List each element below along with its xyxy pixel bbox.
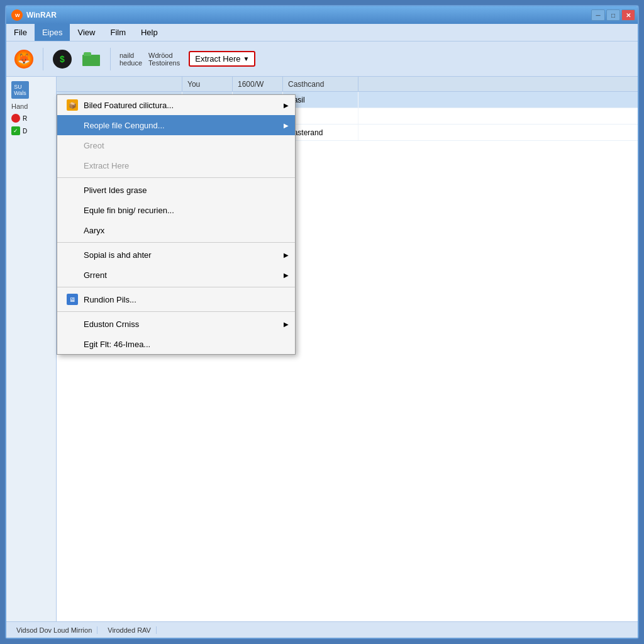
col-header-cast: Casthcand bbox=[283, 77, 358, 91]
dropdown-item-rundion-label: Rundion Pils... bbox=[84, 295, 136, 304]
column-header: You 1600/W Casthcand bbox=[57, 77, 638, 92]
dropdown-item-equle-icon bbox=[66, 204, 79, 216]
col-header-name bbox=[57, 77, 182, 91]
dropdown-separator-1 bbox=[57, 177, 295, 178]
dropdown-item-reople-icon bbox=[66, 119, 79, 131]
dropdown-item-eduston-arrow: ▶ bbox=[284, 321, 289, 328]
dropdown-item-reople-label: Reople file Cengund... bbox=[84, 121, 165, 130]
dropdown-item-sopial-label: Sopial is ahd ahter bbox=[84, 250, 152, 260]
dropdown-separator-2 bbox=[57, 242, 295, 243]
toolbar-separator-1 bbox=[43, 48, 43, 70]
toolbar-label-heduce: heduce bbox=[119, 59, 142, 67]
toolbar: 🦊 $ naild heduce Wdröod Testoirens Extra… bbox=[6, 42, 638, 77]
folder-toolbar-icon[interactable] bbox=[79, 46, 104, 72]
toolbar-separator-2 bbox=[110, 48, 111, 70]
title-bar: W WinRAR ─ □ ✕ bbox=[6, 6, 638, 24]
dropdown-item-plivert[interactable]: Plivert Ides grase bbox=[57, 180, 295, 200]
window-title: WinRAR bbox=[26, 11, 57, 19]
dropdown-item-grrent-icon bbox=[66, 269, 79, 281]
left-item-red[interactable]: R bbox=[9, 112, 53, 125]
status-left-text: Vidsod Dov Loud Mirrion bbox=[16, 626, 92, 634]
status-right-text: Virodded RAV bbox=[108, 626, 151, 634]
dropdown-item-grrent-label: Grrent bbox=[84, 270, 107, 280]
dropdown-item-extract-icon bbox=[66, 159, 79, 172]
dropdown-item-eduston[interactable]: Eduston Crniss ▶ bbox=[57, 314, 295, 334]
dropdown-item-reople-arrow: ▶ bbox=[284, 122, 289, 129]
dropdown-item-sopial-icon bbox=[66, 248, 79, 261]
dropdown-item-rundion[interactable]: 🖥 Rundion Pils... bbox=[57, 289, 295, 309]
col-header-rate: 1600/W bbox=[233, 77, 283, 91]
dropdown-item-equle-label: Equle fin bnig/ recurien... bbox=[84, 206, 174, 215]
menu-film[interactable]: Film bbox=[103, 24, 133, 41]
app-logo: W bbox=[11, 9, 23, 21]
status-bar: Vidsod Dov Loud Mirrion Virodded RAV bbox=[6, 621, 638, 638]
left-item-su-icon: SUWals bbox=[11, 81, 29, 99]
left-panel: SUWals Hand R ✓ D bbox=[6, 77, 57, 621]
dropdown-item-egit-icon bbox=[66, 338, 79, 350]
dropdown-item-aaryx-icon bbox=[66, 224, 79, 236]
main-window: W WinRAR ─ □ ✕ File Eipes View Film Help… bbox=[5, 5, 639, 639]
dropdown-item-grrent[interactable]: Grrent ▶ bbox=[57, 265, 295, 285]
left-item-check[interactable]: ✓ D bbox=[9, 125, 53, 137]
dropdown-item-aaryx[interactable]: Aaryx bbox=[57, 220, 295, 240]
left-item-check-text: D bbox=[23, 128, 27, 135]
firefox-toolbar-icon[interactable]: 🦊 bbox=[11, 46, 36, 72]
menu-bar: File Eipes View Film Help bbox=[6, 24, 638, 42]
status-right: Virodded RAV bbox=[103, 626, 157, 634]
menu-help[interactable]: Help bbox=[133, 24, 165, 41]
firefox-icon: 🦊 bbox=[14, 50, 33, 69]
yellow-icon: 📦 bbox=[67, 99, 78, 111]
status-left: Vidsod Dov Loud Mirrion bbox=[11, 626, 97, 634]
toolbar-label-wdroood: Wdröod bbox=[148, 52, 173, 59]
toolbar-label-naild: naild bbox=[119, 52, 134, 59]
left-item-red-text: R bbox=[23, 115, 27, 122]
left-panel-hand: Hand bbox=[9, 101, 53, 112]
dropdown-separator-4 bbox=[57, 311, 295, 312]
dropdown-item-egit-label: Egit Flt: 46-Imea... bbox=[84, 340, 150, 349]
svg-text:W: W bbox=[15, 13, 20, 18]
dropdown-item-plivert-icon bbox=[66, 184, 79, 196]
dropdown-item-extract-label: Extract Here bbox=[84, 161, 129, 170]
left-item-su-text: SUWals bbox=[14, 84, 26, 96]
dropdown-item-grrent-arrow: ▶ bbox=[284, 272, 289, 279]
dropdown-item-eduston-label: Eduston Crniss bbox=[84, 319, 139, 329]
dropdown-item-biled-arrow: ▶ bbox=[284, 102, 289, 109]
extract-here-label: Extract Here bbox=[195, 54, 240, 64]
dropdown-item-biled[interactable]: 📦 Biled Foatured cilictura... ▶ bbox=[57, 95, 295, 115]
dropdown-item-plivert-label: Plivert Ides grase bbox=[84, 186, 147, 195]
menu-eipes[interactable]: Eipes bbox=[35, 24, 70, 41]
dropdown-item-aaryx-label: Aaryx bbox=[84, 226, 104, 235]
dropdown-item-sopial-arrow: ▶ bbox=[284, 252, 289, 258]
dropdown-separator-3 bbox=[57, 287, 295, 287]
dropdown-item-greot-label: Greot bbox=[84, 141, 104, 150]
window-controls: ─ □ ✕ bbox=[591, 9, 635, 21]
maximize-button[interactable]: □ bbox=[606, 9, 620, 21]
col-header-you: You bbox=[182, 77, 233, 91]
left-item-su[interactable]: SUWals bbox=[9, 79, 53, 101]
extract-dropdown-arrow: ▼ bbox=[243, 55, 249, 62]
dropdown-item-equle[interactable]: Equle fin bnig/ recurien... bbox=[57, 200, 295, 220]
menu-file[interactable]: File bbox=[6, 24, 35, 41]
close-button[interactable]: ✕ bbox=[621, 9, 635, 21]
dropdown-item-greot: Greot bbox=[57, 135, 295, 155]
dropdown-item-biled-label: Biled Foatured cilictura... bbox=[84, 101, 174, 110]
folder-icon bbox=[82, 52, 100, 66]
minimize-button[interactable]: ─ bbox=[591, 9, 605, 21]
menu-view[interactable]: View bbox=[70, 24, 103, 41]
blue-icon: 🖥 bbox=[67, 294, 78, 305]
hand-label: Hand bbox=[11, 103, 28, 110]
dropdown-item-egit[interactable]: Egit Flt: 46-Imea... bbox=[57, 334, 295, 354]
money-icon: $ bbox=[53, 50, 72, 69]
extract-here-button[interactable]: Extract Here ▼ bbox=[189, 51, 255, 67]
dropdown-menu: 📦 Biled Foatured cilictura... ▶ Reople f… bbox=[57, 94, 296, 355]
dropdown-item-rundion-icon: 🖥 bbox=[66, 293, 79, 306]
dropdown-item-reople[interactable]: Reople file Cengund... ▶ bbox=[57, 115, 295, 135]
money-toolbar-icon[interactable]: $ bbox=[50, 46, 75, 72]
dropdown-item-greot-icon bbox=[66, 139, 79, 152]
check-icon: ✓ bbox=[11, 126, 20, 135]
dropdown-item-eduston-icon bbox=[66, 318, 79, 330]
dropdown-item-sopial[interactable]: Sopial is ahd ahter ▶ bbox=[57, 245, 295, 265]
red-dot-icon bbox=[11, 114, 20, 123]
content-area: SUWals Hand R ✓ D You 1600/W Casthcand bbox=[6, 77, 638, 621]
dropdown-item-extract: Extract Here bbox=[57, 155, 295, 175]
